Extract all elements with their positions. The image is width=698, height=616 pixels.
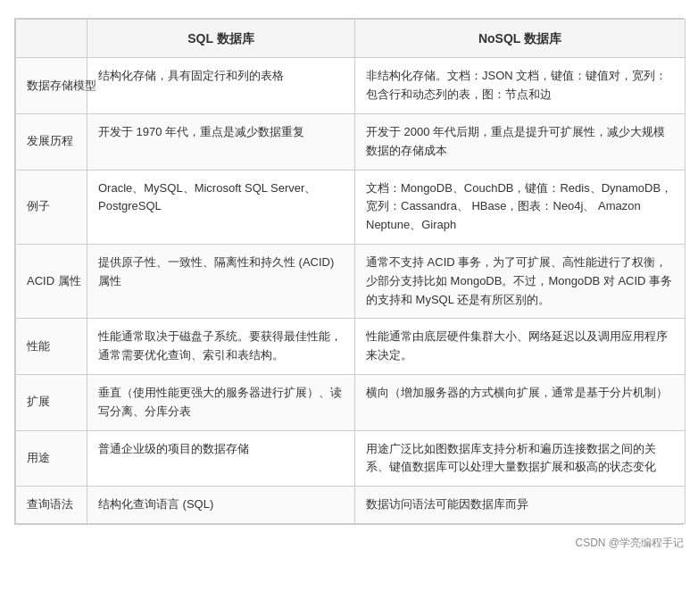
row-nosql: 开发于 2000 年代后期，重点是提升可扩展性，减少大规模数据的存储成本 xyxy=(355,113,686,170)
row-nosql: 文档：MongoDB、CouchDB，键值：Redis、DynamoDB，宽列：… xyxy=(355,170,686,244)
col-header-nosql: NoSQL 数据库 xyxy=(355,20,686,58)
table-row: 查询语法结构化查询语言 (SQL)数据访问语法可能因数据库而异 xyxy=(16,487,686,524)
table-row: 例子Oracle、MySQL、Microsoft SQL Server、Post… xyxy=(16,170,686,244)
table-row: 扩展垂直（使用性能更强大的服务器进行扩展）、读写分离、分库分表横向（增加服务器的… xyxy=(16,374,686,430)
row-category: 数据存储模型 xyxy=(16,58,87,114)
row-nosql: 横向（增加服务器的方式横向扩展，通常是基于分片机制） xyxy=(355,374,686,430)
row-sql: 开发于 1970 年代，重点是减少数据重复 xyxy=(87,113,355,170)
row-nosql: 性能通常由底层硬件集群大小、网络延迟以及调用应用程序来决定。 xyxy=(355,319,686,375)
table-row: 发展历程开发于 1970 年代，重点是减少数据重复开发于 2000 年代后期，重… xyxy=(16,113,686,170)
row-category: 扩展 xyxy=(16,374,87,430)
table-row: ACID 属性提供原子性、一致性、隔离性和持久性 (ACID) 属性通常不支持 … xyxy=(16,244,686,318)
footer-text: CSDN @学亮编程手记 xyxy=(575,537,684,549)
table-row: 用途普通企业级的项目的数据存储用途广泛比如图数据库支持分析和遍历连接数据之间的关… xyxy=(16,430,686,487)
comparison-table: SQL 数据库 NoSQL 数据库 数据存储模型结构化存储，具有固定行和列的表格… xyxy=(14,18,684,525)
row-nosql: 数据访问语法可能因数据库而异 xyxy=(355,487,686,524)
footer: CSDN @学亮编程手记 xyxy=(14,536,684,551)
row-nosql: 非结构化存储。文档：JSON 文档，键值：键值对，宽列：包含行和动态列的表，图：… xyxy=(355,58,686,114)
row-category: 例子 xyxy=(16,170,87,244)
row-category: 发展历程 xyxy=(16,113,87,170)
col-header-sql: SQL 数据库 xyxy=(87,20,355,58)
row-nosql: 用途广泛比如图数据库支持分析和遍历连接数据之间的关系、键值数据库可以处理大量数据… xyxy=(355,430,686,487)
table-row: 性能性能通常取决于磁盘子系统。要获得最佳性能，通常需要优化查询、索引和表结构。性… xyxy=(16,319,686,375)
table-row: 数据存储模型结构化存储，具有固定行和列的表格非结构化存储。文档：JSON 文档，… xyxy=(16,58,686,114)
row-category: 查询语法 xyxy=(16,487,87,524)
row-sql: 普通企业级的项目的数据存储 xyxy=(87,430,355,487)
row-category: 用途 xyxy=(16,430,87,487)
row-sql: 垂直（使用性能更强大的服务器进行扩展）、读写分离、分库分表 xyxy=(87,374,355,430)
row-sql: Oracle、MySQL、Microsoft SQL Server、Postgr… xyxy=(87,170,355,244)
row-sql: 结构化查询语言 (SQL) xyxy=(87,487,355,524)
row-category: 性能 xyxy=(16,319,87,375)
row-sql: 提供原子性、一致性、隔离性和持久性 (ACID) 属性 xyxy=(87,244,355,318)
row-sql: 结构化存储，具有固定行和列的表格 xyxy=(87,58,355,114)
row-category: ACID 属性 xyxy=(16,244,87,318)
row-sql: 性能通常取决于磁盘子系统。要获得最佳性能，通常需要优化查询、索引和表结构。 xyxy=(87,319,355,375)
row-nosql: 通常不支持 ACID 事务，为了可扩展、高性能进行了权衡，少部分支持比如 Mon… xyxy=(355,244,686,318)
col-header-category xyxy=(16,20,87,58)
